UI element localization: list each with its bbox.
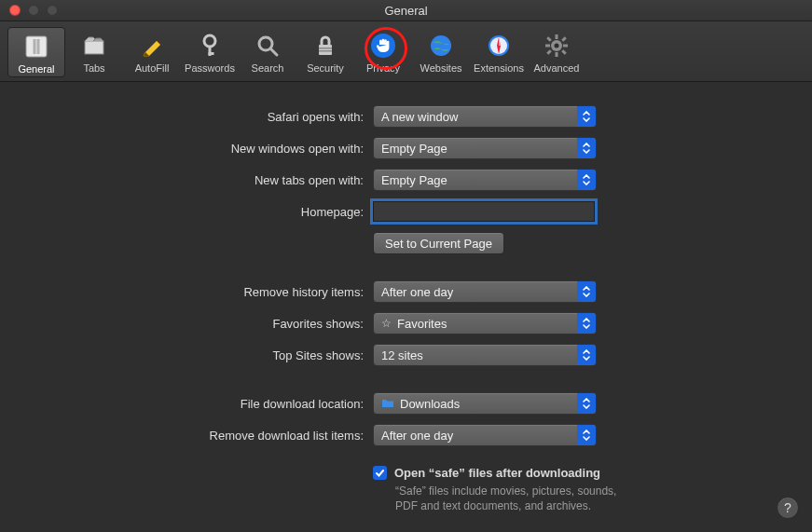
svg-line-8	[270, 48, 277, 55]
svg-point-25	[555, 44, 559, 48]
toolbar-item-privacy[interactable]: Privacy	[354, 27, 412, 77]
popup-remove-downloads[interactable]: After one day	[373, 424, 597, 446]
toolbar-item-autofill[interactable]: AutoFill	[123, 27, 181, 77]
toolbar-label-autofill: AutoFill	[135, 62, 170, 74]
label-topsites-shows: Top Sites shows:	[0, 348, 373, 362]
chevron-updown-icon	[577, 393, 596, 414]
popup-download-value: Downloads	[400, 397, 460, 411]
popup-new-windows[interactable]: Empty Page	[373, 137, 597, 159]
open-safe-checkbox[interactable]	[373, 466, 387, 480]
chevron-updown-icon	[577, 425, 596, 445]
zoom-window-button[interactable]	[47, 5, 58, 16]
label-homepage: Homepage:	[0, 205, 373, 219]
label-new-windows: New windows open with:	[0, 142, 373, 156]
chevron-updown-icon	[577, 281, 596, 302]
star-icon: ☆	[381, 317, 392, 330]
key-icon	[198, 34, 222, 58]
svg-rect-0	[26, 36, 47, 57]
label-opens-with: Safari opens with:	[0, 110, 373, 124]
popup-new-windows-value: Empty Page	[381, 142, 447, 156]
help-button[interactable]: ?	[777, 497, 799, 519]
set-current-page-button[interactable]: Set to Current Page	[373, 232, 504, 254]
toolbar-label-security: Security	[307, 62, 344, 74]
popup-remove-history-value: After one day	[381, 285, 453, 299]
svg-rect-22	[561, 49, 567, 55]
open-safe-label: Open “safe” files after downloading	[394, 466, 600, 480]
toolbar-item-tabs[interactable]: Tabs	[65, 27, 123, 77]
svg-rect-10	[319, 48, 332, 49]
popup-remove-downloads-value: After one day	[381, 429, 453, 443]
toolbar-label-general: General	[18, 63, 54, 75]
prefs-toolbar: General Tabs AutoFill	[0, 21, 812, 82]
toolbar-item-passwords[interactable]: Passwords	[181, 27, 239, 77]
set-current-page-label: Set to Current Page	[385, 237, 492, 251]
svg-rect-11	[319, 50, 332, 52]
svg-point-4	[204, 35, 215, 47]
label-remove-downloads: Remove download list items:	[0, 429, 373, 443]
toolbar-item-websites[interactable]: Websites	[412, 27, 470, 77]
popup-topsites-value: 12 sites	[381, 348, 423, 362]
traffic-lights	[9, 5, 58, 16]
chevron-updown-icon	[577, 345, 596, 365]
svg-rect-24	[546, 49, 552, 55]
folder-icon	[381, 397, 394, 411]
search-icon	[255, 34, 280, 58]
popup-favorites-value: Favorites	[397, 317, 447, 331]
svg-rect-2	[37, 39, 40, 54]
label-remove-history: Remove history items:	[0, 285, 373, 299]
svg-rect-18	[556, 52, 558, 57]
toolbar-item-advanced[interactable]: Advanced	[528, 27, 585, 77]
svg-point-13	[431, 35, 451, 56]
homepage-input[interactable]	[373, 201, 595, 222]
label-favorites-shows: Favorites shows:	[0, 317, 373, 331]
hand-icon	[370, 33, 396, 59]
toolbar-item-general[interactable]: General	[7, 27, 65, 77]
toolbar-item-search[interactable]: Search	[239, 27, 296, 77]
toolbar-item-security[interactable]: Security	[296, 27, 354, 77]
label-download-location: File download location:	[0, 397, 373, 411]
svg-rect-6	[209, 52, 214, 55]
svg-rect-19	[545, 45, 550, 48]
open-safe-description: “Safe” files include movies, pictures, s…	[395, 484, 638, 513]
svg-rect-3	[85, 41, 103, 54]
toolbar-label-privacy: Privacy	[366, 62, 400, 74]
popup-new-tabs-value: Empty Page	[381, 173, 447, 187]
popup-topsites-shows[interactable]: 12 sites	[373, 344, 597, 366]
close-window-button[interactable]	[9, 5, 21, 16]
popup-opens-with-value: A new window	[381, 110, 458, 124]
titlebar: General	[0, 0, 812, 21]
svg-rect-17	[556, 34, 558, 39]
toolbar-label-passwords: Passwords	[185, 62, 235, 74]
lock-icon	[313, 34, 337, 58]
tabs-icon	[82, 34, 106, 58]
toolbar-item-extensions[interactable]: Extensions	[470, 27, 528, 77]
toolbar-label-extensions: Extensions	[474, 62, 524, 74]
compass-icon	[487, 34, 511, 58]
gear-icon	[544, 34, 569, 58]
svg-rect-21	[546, 36, 552, 42]
chevron-updown-icon	[577, 170, 596, 190]
popup-new-tabs[interactable]: Empty Page	[373, 169, 597, 191]
svg-rect-23	[561, 36, 567, 42]
general-icon	[24, 34, 48, 59]
popup-opens-with[interactable]: A new window	[373, 105, 597, 128]
popup-download-location[interactable]: Downloads	[373, 392, 597, 415]
help-icon: ?	[784, 500, 791, 515]
globe-icon	[429, 34, 453, 58]
minimize-window-button[interactable]	[28, 5, 39, 16]
popup-favorites-shows[interactable]: ☆ Favorites	[373, 312, 597, 334]
chevron-updown-icon	[577, 313, 596, 334]
svg-rect-20	[563, 45, 568, 48]
autofill-icon	[140, 34, 164, 58]
label-new-tabs: New tabs open with:	[0, 173, 373, 187]
chevron-updown-icon	[577, 138, 596, 158]
toolbar-label-search: Search	[252, 62, 284, 74]
open-safe-row[interactable]: Open “safe” files after downloading	[373, 466, 812, 480]
popup-remove-history[interactable]: After one day	[373, 280, 597, 303]
toolbar-label-advanced: Advanced	[534, 62, 580, 74]
toolbar-label-tabs: Tabs	[83, 62, 104, 74]
toolbar-label-websites: Websites	[420, 62, 461, 74]
general-pane: Safari opens with: A new window New wind…	[0, 82, 812, 513]
svg-rect-9	[319, 45, 332, 55]
chevron-updown-icon	[577, 106, 596, 127]
